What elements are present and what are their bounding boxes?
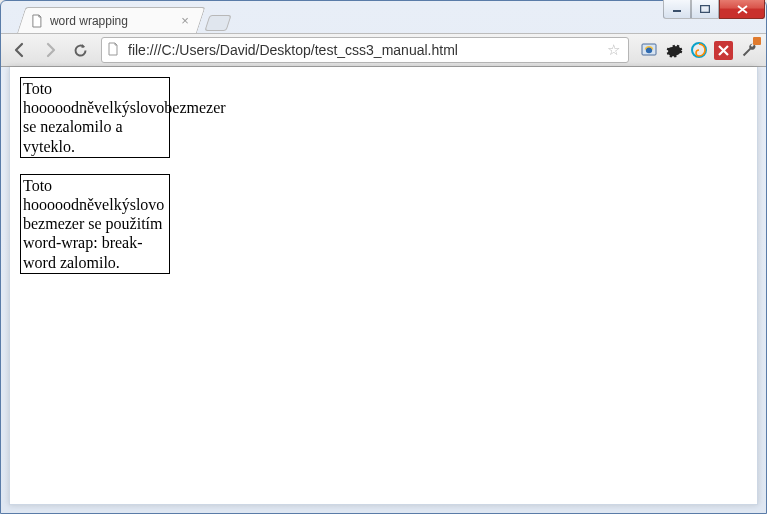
page-content: Toto hooooodněvelkýslovobezmezer se neza… — [9, 67, 758, 505]
svg-rect-1 — [701, 6, 710, 13]
tab-title: word wrapping — [50, 14, 172, 28]
browser-window: word wrapping × file:///C:/Users/David/D… — [0, 0, 767, 514]
browser-tab[interactable]: word wrapping × — [17, 7, 205, 33]
maximize-button[interactable] — [691, 0, 719, 19]
ie-tab-extension-icon[interactable] — [639, 40, 659, 60]
xmarks-extension-icon[interactable] — [714, 41, 733, 60]
new-tab-button[interactable] — [204, 15, 231, 31]
tab-strip: word wrapping × — [11, 7, 229, 33]
tab-close-icon[interactable]: × — [178, 13, 192, 28]
overflow-box-break-word: Toto hooooodněvelkýslovobezmezer se použ… — [20, 174, 170, 274]
svg-rect-0 — [673, 10, 681, 12]
page-icon — [30, 14, 44, 28]
browser-toolbar: file:///C:/Users/David/Desktop/test_css3… — [1, 33, 766, 67]
overflow-box-no-wrap: Toto hooooodněvelkýslovobezmezer se neza… — [20, 77, 170, 158]
minimize-button[interactable] — [663, 0, 691, 19]
reload-button[interactable] — [67, 37, 93, 63]
wrench-icon[interactable] — [738, 40, 758, 60]
url-text: file:///C:/Users/David/Desktop/test_css3… — [128, 42, 597, 58]
back-button[interactable] — [7, 37, 33, 63]
window-controls — [663, 0, 765, 19]
forward-button[interactable] — [37, 37, 63, 63]
gear-icon[interactable] — [664, 40, 684, 60]
swirl-extension-icon[interactable] — [689, 40, 709, 60]
bookmark-star-icon[interactable]: ☆ — [603, 41, 624, 59]
page-icon — [106, 42, 122, 58]
extensions-row — [637, 40, 760, 60]
address-bar[interactable]: file:///C:/Users/David/Desktop/test_css3… — [101, 37, 629, 63]
close-button[interactable] — [719, 0, 765, 19]
